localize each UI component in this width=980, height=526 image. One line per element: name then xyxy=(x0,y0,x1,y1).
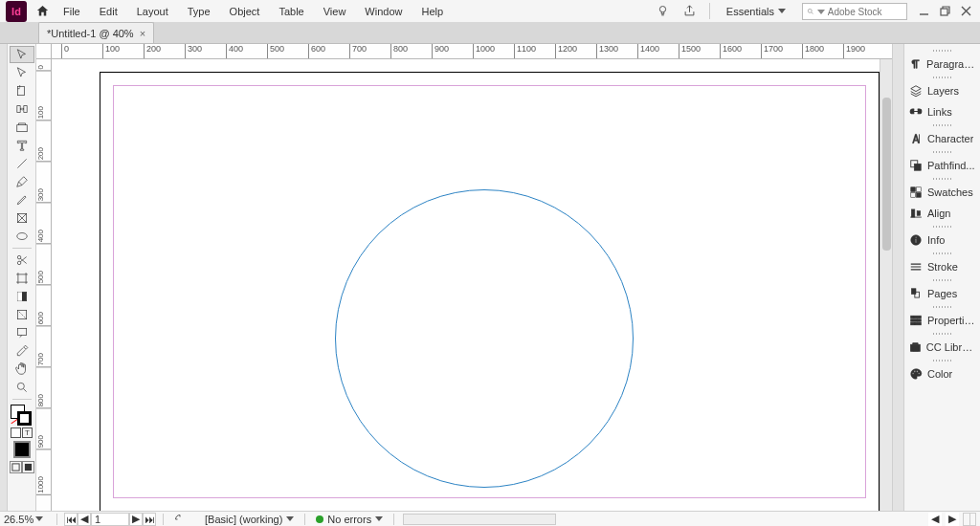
scrollbar-vertical[interactable] xyxy=(880,59,892,511)
status-dot-icon xyxy=(316,515,323,523)
document-tab[interactable]: *Untitled-1 @ 40% × xyxy=(38,22,154,43)
ruler-horizontal[interactable]: 0100200300400500600700800900100011001200… xyxy=(52,44,892,59)
svg-rect-27 xyxy=(915,237,916,238)
svg-rect-16 xyxy=(24,464,31,471)
window-minimize[interactable] xyxy=(913,0,934,22)
tool-note[interactable] xyxy=(10,324,34,341)
tool-gradient-feather[interactable] xyxy=(10,306,34,323)
svg-rect-19 xyxy=(911,187,916,192)
menu-edit[interactable]: Edit xyxy=(90,0,127,22)
preflight-status[interactable]: No errors xyxy=(312,514,387,525)
tool-selection[interactable] xyxy=(10,46,34,63)
page[interactable] xyxy=(100,72,880,511)
view-mode-normal[interactable] xyxy=(10,461,22,473)
tool-pen[interactable] xyxy=(10,173,34,190)
panel-properties[interactable]: Properties xyxy=(904,310,980,331)
ellipse-object[interactable] xyxy=(335,189,634,488)
toolbox-expand-handle[interactable] xyxy=(0,44,8,511)
menu-bar: Id File Edit Layout Type Object Table Vi… xyxy=(0,0,980,23)
panel-cc-libraries[interactable]: CC Librar... xyxy=(904,337,980,358)
svg-rect-18 xyxy=(914,164,921,170)
nav-prev-page[interactable]: ◀ xyxy=(78,513,91,526)
scroll-right[interactable]: ▶ xyxy=(946,513,959,526)
menu-file[interactable]: File xyxy=(54,0,90,22)
menu-object[interactable]: Object xyxy=(220,0,270,22)
tool-content-collector[interactable] xyxy=(10,119,34,136)
fill-stroke-swatch[interactable] xyxy=(11,405,33,426)
view-mode-preview[interactable] xyxy=(22,461,34,473)
stock-search[interactable] xyxy=(802,3,907,20)
svg-rect-23 xyxy=(911,209,915,217)
stock-search-input[interactable] xyxy=(828,7,902,17)
window-restore[interactable] xyxy=(934,0,955,22)
window-close[interactable] xyxy=(955,0,976,22)
svg-point-39 xyxy=(917,371,919,373)
menu-view[interactable]: View xyxy=(314,0,356,22)
svg-rect-21 xyxy=(911,193,916,198)
open-docs-menu[interactable] xyxy=(170,514,197,525)
zoom-level[interactable]: 26.5% xyxy=(4,514,50,525)
share-icon[interactable] xyxy=(677,0,703,22)
tool-direct-selection[interactable] xyxy=(10,64,34,81)
svg-rect-2 xyxy=(941,9,947,15)
apply-color-button[interactable] xyxy=(13,441,31,458)
scrollbar-thumb[interactable] xyxy=(882,98,891,251)
menu-table[interactable]: Table xyxy=(269,0,313,22)
learn-icon[interactable] xyxy=(650,0,677,22)
stroke-swatch[interactable] xyxy=(17,411,32,426)
tool-gap[interactable] xyxy=(10,100,34,118)
panel-pages[interactable]: Pages xyxy=(904,283,980,304)
panel-paragraph[interactable]: Paragrap... xyxy=(904,54,980,75)
workspace-switcher[interactable]: Essentials xyxy=(716,0,796,22)
home-button[interactable] xyxy=(31,0,54,22)
nav-first-page[interactable]: ⏮ xyxy=(64,513,78,526)
tool-eyedropper[interactable] xyxy=(10,342,34,360)
panel-links[interactable]: Links xyxy=(904,101,980,122)
svg-rect-12 xyxy=(17,310,26,318)
ruler-origin[interactable] xyxy=(36,44,52,59)
svg-point-33 xyxy=(913,317,915,318)
tool-page[interactable] xyxy=(10,82,34,99)
tool-gradient-swatch[interactable] xyxy=(10,288,34,305)
panel-collapse-gutter[interactable] xyxy=(892,44,903,511)
panel-character[interactable]: Character xyxy=(904,128,980,149)
panel-color[interactable]: Color xyxy=(904,363,980,384)
tool-zoom[interactable] xyxy=(10,379,34,396)
svg-rect-26 xyxy=(915,239,916,243)
tool-hand[interactable] xyxy=(10,361,34,378)
close-tab-button[interactable]: × xyxy=(140,28,145,39)
tool-ellipse[interactable] xyxy=(10,228,34,245)
panel-info[interactable]: Info xyxy=(904,230,980,251)
nav-last-page[interactable]: ⏭ xyxy=(143,513,156,526)
menu-layout[interactable]: Layout xyxy=(127,0,178,22)
scroll-left[interactable]: ◀ xyxy=(928,513,942,526)
tool-rect-frame[interactable] xyxy=(10,209,34,227)
panel-stroke[interactable]: Stroke xyxy=(904,256,980,277)
tool-scissors[interactable] xyxy=(10,252,34,269)
tool-pencil[interactable] xyxy=(10,191,34,208)
chevron-down-icon xyxy=(286,516,294,521)
tool-free-transform[interactable] xyxy=(10,270,34,287)
scrollbar-horizontal[interactable] xyxy=(403,514,556,525)
svg-rect-28 xyxy=(911,289,916,295)
split-view-toggle[interactable] xyxy=(963,513,976,526)
pasteboard[interactable] xyxy=(52,59,892,511)
tool-type[interactable] xyxy=(10,137,34,154)
nav-next-page[interactable]: ▶ xyxy=(129,513,143,526)
chevron-down-icon xyxy=(35,516,43,521)
menu-window[interactable]: Window xyxy=(355,0,412,22)
page-number-field[interactable]: 1 xyxy=(91,513,129,526)
menu-help[interactable]: Help xyxy=(412,0,453,22)
svg-rect-22 xyxy=(917,193,922,198)
panel-layers[interactable]: Layers xyxy=(904,80,980,101)
format-text-button[interactable]: T xyxy=(22,427,33,438)
panel-pathfinder[interactable]: Pathfind... xyxy=(904,155,980,176)
preflight-profile[interactable]: [Basic] (working) xyxy=(201,514,298,525)
tool-line[interactable] xyxy=(10,155,34,172)
ruler-vertical[interactable]: 01002003004005006007008009001000 xyxy=(36,59,52,511)
format-container-button[interactable] xyxy=(11,427,21,438)
menu-type[interactable]: Type xyxy=(178,0,220,22)
svg-rect-3 xyxy=(17,86,24,95)
panel-swatches[interactable]: Swatches xyxy=(904,182,980,203)
panel-align[interactable]: Align xyxy=(904,203,980,224)
